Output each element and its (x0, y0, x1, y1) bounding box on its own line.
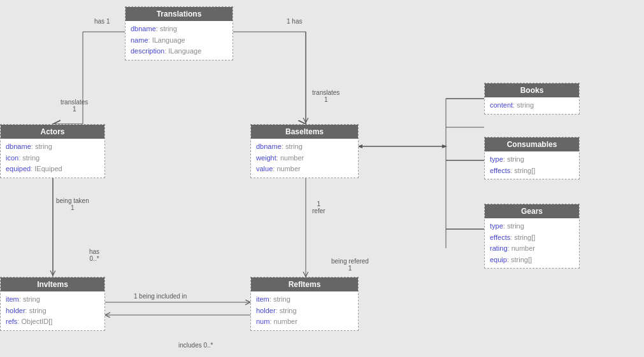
box-consumables: Consumables type: string effects: string… (484, 137, 580, 179)
consumables-header: Consumables (485, 137, 579, 151)
consumables-field-0: type: string (490, 154, 574, 165)
label-being-included: 1 being included in (134, 293, 187, 300)
invitems-field-0: item: string (6, 294, 99, 305)
gears-field-0: type: string (490, 221, 574, 232)
gears-body: type: string effects: string[] rating: n… (485, 218, 579, 268)
box-gears: Gears type: string effects: string[] rat… (484, 204, 580, 269)
consumables-body: type: string effects: string[] (485, 151, 579, 179)
baseitems-field-1: weight: number (256, 153, 353, 164)
consumables-field-1: effects: string[] (490, 165, 574, 177)
books-header: Books (485, 83, 579, 97)
actors-header: Actors (1, 125, 104, 139)
translations-field-2: description: ILanguage (131, 46, 227, 57)
baseitems-body: dbname: string weight: number value: num… (251, 139, 358, 178)
translations-field-1: name: ILanguage (131, 35, 227, 46)
books-body: content: string (485, 97, 579, 114)
box-invitems: InvItems item: string holder: string ref… (0, 277, 105, 331)
label-includes-0star: includes 0..* (178, 342, 213, 349)
actors-field-0: dbname: string (6, 141, 99, 153)
label-being-taken: being taken1 (56, 197, 89, 211)
label-1refer: 1refer (312, 200, 326, 214)
invitems-body: item: string holder: string refs: Object… (1, 291, 104, 330)
books-field-0: content: string (490, 100, 574, 111)
actors-field-2: equiped: IEquiped (6, 164, 99, 175)
invitems-field-2: refs: ObjectID[] (6, 316, 99, 328)
label-translates1-left: translates1 (61, 99, 88, 113)
gears-header: Gears (485, 204, 579, 218)
refitems-body: item: string holder: string num: number (251, 291, 358, 330)
box-actors: Actors dbname: string icon: string equip… (0, 124, 105, 178)
invitems-header: InvItems (1, 277, 104, 291)
label-1has: 1 has (287, 18, 302, 25)
gears-field-3: equip: string[] (490, 255, 574, 266)
label-has-0star: has0..* (89, 248, 99, 262)
box-baseitems: BaseItems dbname: string weight: number … (250, 124, 359, 178)
gears-field-1: effects: string[] (490, 232, 574, 244)
box-books: Books content: string (484, 83, 580, 115)
baseitems-header: BaseItems (251, 125, 358, 139)
gears-field-2: rating: number (490, 243, 574, 255)
label-has1: has 1 (94, 18, 110, 25)
refitems-field-1: holder: string (256, 305, 353, 317)
baseitems-field-2: value: number (256, 164, 353, 175)
translations-body: dbname: string name: ILanguage descripti… (125, 21, 233, 60)
translations-header: Translations (125, 7, 233, 21)
translations-field-0: dbname: string (131, 24, 227, 35)
invitems-field-1: holder: string (6, 305, 99, 317)
refitems-header: RefItems (251, 277, 358, 291)
diagram: has 1 translates1 1 has translates1 bein… (0, 0, 644, 357)
box-translations: Translations dbname: string name: ILangu… (125, 6, 233, 60)
label-translates1-right: translates1 (312, 89, 340, 103)
box-refitems: RefItems item: string holder: string num… (250, 277, 359, 331)
refitems-field-2: num: number (256, 316, 353, 328)
label-being-refered: being refered1 (331, 258, 369, 272)
actors-body: dbname: string icon: string equiped: IEq… (1, 139, 104, 178)
actors-field-1: icon: string (6, 153, 99, 164)
refitems-field-0: item: string (256, 294, 353, 305)
baseitems-field-0: dbname: string (256, 141, 353, 153)
